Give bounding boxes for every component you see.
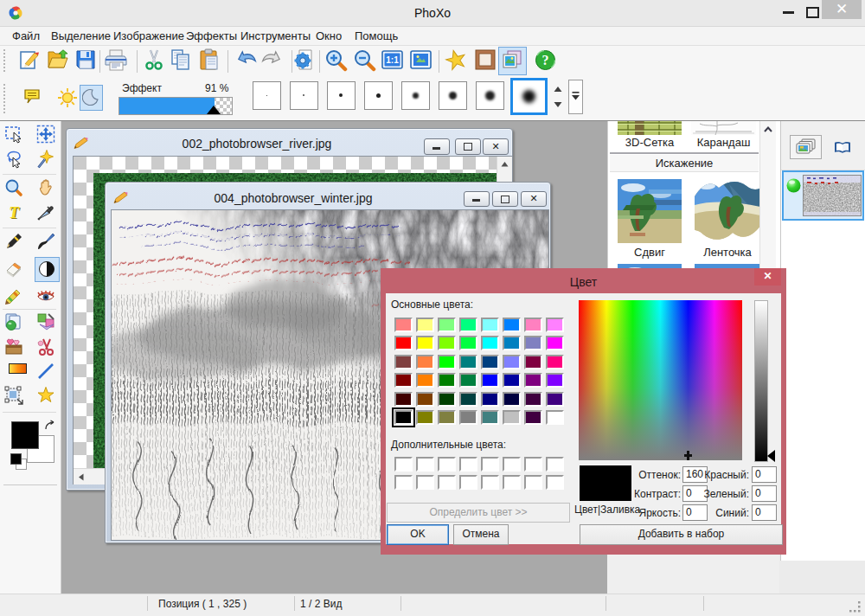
svg-text:T: T <box>9 203 20 221</box>
svg-text:?: ? <box>542 53 549 67</box>
svg-text:1:1: 1:1 <box>386 55 399 65</box>
